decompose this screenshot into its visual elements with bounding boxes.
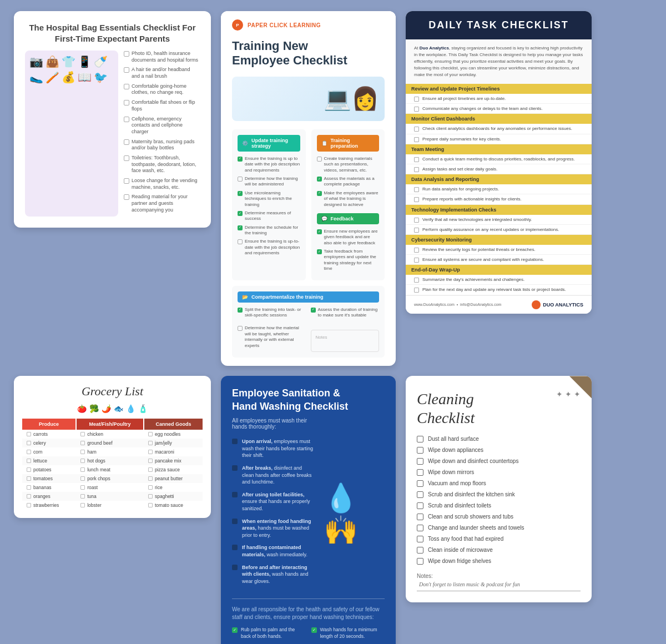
hospital-checkbox-4[interactable] bbox=[124, 100, 129, 105]
gc-checkbox[interactable] bbox=[80, 432, 85, 436]
training-hero: 💻👩 bbox=[232, 77, 385, 121]
san-bullet-5 bbox=[232, 545, 238, 550]
hospital-item-2: A hair tie and/or headband and a nail br… bbox=[124, 67, 200, 79]
gc-checkbox[interactable] bbox=[80, 459, 85, 463]
san-footer-2: ✓ Wash hands for a minimum length of 20 … bbox=[311, 627, 385, 640]
gc-item-row: jam/jelly bbox=[148, 440, 198, 446]
gc-checkbox[interactable] bbox=[80, 450, 85, 454]
daily-task-card: DAILY TASK CHECKLIST At Duo Analytics, s… bbox=[406, 11, 592, 314]
cleaning-header: CleaningChecklist ✦ ✦ ✦ bbox=[417, 390, 581, 435]
gc-item-row: pork chops bbox=[80, 476, 139, 481]
gc-checkbox[interactable] bbox=[148, 503, 153, 507]
compartment-items: ✓ Split the training into task- or skill… bbox=[238, 307, 379, 353]
training-section-prep: 📋 Training preparation Create training m… bbox=[311, 129, 385, 280]
dtc-footer-contact: www.DuoAnalytics.com • info@DuoAnalytics… bbox=[414, 303, 501, 306]
hospital-checkbox-2[interactable] bbox=[124, 67, 129, 73]
col-canned: Canned Goods bbox=[144, 419, 203, 430]
gc-checkbox[interactable] bbox=[80, 476, 85, 481]
hero-illus: 💻👩 bbox=[324, 85, 379, 112]
cc-item-2: Wipe down appliances bbox=[417, 447, 581, 454]
cc-item-1: Dust all hard surface bbox=[417, 436, 581, 442]
gc-checkbox[interactable] bbox=[148, 441, 153, 445]
hospital-item-1: Photo ID, health insurance documents and… bbox=[124, 51, 200, 63]
cc-item-11: Clean inside of microwave bbox=[417, 547, 581, 554]
gc-checkbox[interactable] bbox=[80, 494, 85, 499]
gc-checkbox[interactable] bbox=[148, 485, 153, 490]
gc-checkbox[interactable] bbox=[148, 459, 153, 463]
hospital-checkbox-6[interactable] bbox=[124, 139, 129, 145]
grocery-icons: 🍅 🥦 🌶️ 🐟 💧 🧴 bbox=[22, 404, 203, 413]
gc-checkbox[interactable] bbox=[27, 485, 31, 490]
dtc-item-3-1: Conduct a quick team meeting to discuss … bbox=[406, 154, 592, 164]
gc-item-row: spaghetti bbox=[148, 494, 198, 499]
gc-checkbox[interactable] bbox=[27, 459, 31, 463]
hospital-checkbox-8[interactable] bbox=[124, 178, 129, 184]
hospital-checkbox-5[interactable] bbox=[124, 117, 129, 122]
gc-item-row: tomato sauce bbox=[148, 502, 198, 508]
gc-item-row: lettuce bbox=[27, 458, 72, 464]
gc-checkbox[interactable] bbox=[80, 485, 85, 490]
illus-book: 📖 bbox=[78, 71, 92, 84]
hospital-checkbox-3[interactable] bbox=[124, 84, 129, 89]
training-notes: Notes bbox=[311, 330, 380, 352]
update-item-4: ✓ Determine measures of success bbox=[238, 210, 300, 222]
dtc-footer: www.DuoAnalytics.com • info@DuoAnalytics… bbox=[406, 295, 592, 314]
dtc-section-3: Team Meeting bbox=[406, 144, 592, 154]
sanitation-card: Employee Sanitation &Hand Washing Checkl… bbox=[221, 376, 396, 644]
gc-checkbox[interactable] bbox=[148, 450, 153, 454]
gc-checkbox[interactable] bbox=[27, 494, 31, 499]
gc-checkbox[interactable] bbox=[80, 441, 85, 445]
gc-item-row: tomatoes bbox=[27, 476, 72, 481]
hospital-checkbox-1[interactable] bbox=[124, 51, 129, 57]
illus-stork: 🐦 bbox=[94, 71, 108, 84]
compartment-item-2: ✓ Assess the duration of training to mak… bbox=[311, 307, 380, 319]
dtc-item-6-1: Review the security logs for potential t… bbox=[406, 245, 592, 255]
san-bullet-4 bbox=[232, 519, 238, 524]
gc-item-row: corn bbox=[27, 449, 72, 455]
gc-checkbox[interactable] bbox=[27, 441, 31, 445]
feedback-item-2: ✓ Take feedback from employees and updat… bbox=[317, 249, 380, 272]
dtc-email: info@DuoAnalytics.com bbox=[460, 303, 501, 306]
hospital-item-3: Comfortable going-home clothes, no chang… bbox=[124, 83, 200, 96]
gc-checkbox[interactable] bbox=[80, 503, 85, 507]
gc-item-row: celery bbox=[27, 440, 72, 446]
dtc-item-4-2: Prepare reports with actionable insights… bbox=[406, 194, 592, 204]
san-item-4: When entering food handling areas, hands… bbox=[232, 518, 315, 539]
sanitation-subtitle: All employees must wash theirhands thoro… bbox=[232, 417, 385, 430]
update-item-1: ✓ Ensure the training is up to date with… bbox=[238, 156, 300, 173]
duo-circle-icon bbox=[532, 300, 541, 309]
feedback-header: 💬 Feedback bbox=[317, 213, 380, 224]
training-section-compartment: 📂 Compartmentalize the training ✓ Split … bbox=[232, 286, 385, 358]
update-item-5: ✓ Determine the schedule for the trainin… bbox=[238, 225, 300, 237]
dtc-item-2-2: Prepare daily summaries for key clients. bbox=[406, 134, 592, 144]
gc-checkbox[interactable] bbox=[148, 467, 153, 472]
hospital-checkbox-9[interactable] bbox=[124, 194, 129, 200]
gc-item-row: peanut butter bbox=[148, 476, 198, 481]
gc-checkbox[interactable] bbox=[27, 432, 31, 436]
gc-checkbox[interactable] bbox=[27, 476, 31, 481]
gc-checkbox[interactable] bbox=[148, 432, 153, 436]
gc-checkbox[interactable] bbox=[148, 494, 153, 499]
gc-checkbox[interactable] bbox=[80, 467, 85, 472]
gc-checkbox[interactable] bbox=[27, 450, 31, 454]
grocery-table-body: carrotschickenegg noodlesceleryground be… bbox=[22, 430, 203, 510]
feedback-icon: 💬 bbox=[321, 216, 327, 222]
gc-checkbox[interactable] bbox=[148, 476, 153, 481]
dtc-item-3-2: Assign tasks and set clear daily goals. bbox=[406, 164, 592, 174]
gc-checkbox[interactable] bbox=[27, 503, 31, 507]
cleaning-stars: ✦ ✦ ✦ bbox=[556, 390, 581, 399]
san-footer-1: ✓ Rub palm to palm and the back of both … bbox=[232, 627, 306, 640]
gc-checkbox[interactable] bbox=[27, 467, 31, 472]
dtc-website: www.DuoAnalytics.com bbox=[414, 303, 455, 306]
dtc-section-4: Data Analysis and Reporting bbox=[406, 174, 592, 184]
prep-icon: 📋 bbox=[321, 140, 327, 146]
gc-item-row: ground beef bbox=[80, 440, 139, 446]
gc-item-row: pizza sauce bbox=[148, 467, 198, 472]
sanitation-image: 💧🙌 bbox=[324, 438, 385, 590]
gc-item-row: lobster bbox=[80, 502, 139, 508]
row-1: The Hospital Bag Essentials Checklist Fo… bbox=[14, 11, 652, 366]
dtc-section-2: Monitor Client Dashboards bbox=[406, 114, 592, 124]
gc-item-row: pancake mix bbox=[148, 458, 198, 464]
gc-item-row: tuna bbox=[80, 494, 139, 499]
hospital-checkbox-7[interactable] bbox=[124, 155, 129, 161]
